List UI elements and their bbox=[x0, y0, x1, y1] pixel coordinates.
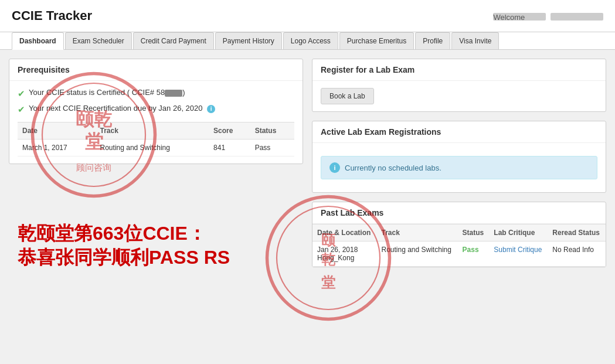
ccie-number-hidden bbox=[165, 90, 182, 97]
register-lab-section: Register for a Lab Exam Book a Lab bbox=[312, 59, 606, 112]
page-wrapper: CCIE Tracker Welcome Dashboard Exam Sche… bbox=[0, 0, 615, 364]
cell-track: Routing and Switching bbox=[96, 140, 209, 157]
prereq-item-2: ✔ Your next CCIE Recertification due by … bbox=[18, 104, 294, 115]
info-icon[interactable]: i bbox=[207, 105, 215, 113]
info-alert-icon: i bbox=[329, 162, 340, 173]
col-track: Track bbox=[376, 224, 457, 241]
tab-credit-card-payment[interactable]: Credit Card Payment bbox=[133, 32, 214, 49]
cell-date: March 1, 2017 bbox=[18, 140, 96, 157]
tab-exam-scheduler[interactable]: Exam Scheduler bbox=[65, 32, 132, 49]
username-hidden bbox=[551, 13, 603, 21]
tab-logo-access[interactable]: Logo Access bbox=[283, 32, 338, 49]
check-icon-2: ✔ bbox=[18, 104, 25, 115]
past-lab-exams-table: Date & Location Track Status Lab Critiqu… bbox=[312, 224, 606, 267]
cell-score: 841 bbox=[209, 140, 250, 157]
book-a-lab-button[interactable]: Book a Lab bbox=[321, 88, 374, 104]
prerequisites-title: Prerequisites bbox=[9, 59, 303, 81]
past-lab-exams-section: Past Lab Exams Date & Location Track Sta… bbox=[312, 202, 606, 267]
app-logo: CCIE Tracker bbox=[12, 8, 92, 23]
prereq-table: Date Track Score Status March 1, 2017 Ro… bbox=[18, 122, 294, 157]
left-panel: Prerequisites ✔ Your CCIE status is Cert… bbox=[9, 59, 303, 276]
table-row: March 1, 2017 Routing and Switching 841 … bbox=[18, 140, 294, 157]
past-table-row: Jan 26, 2018Hong_Kong Routing and Switch… bbox=[312, 241, 606, 267]
col-track: Track bbox=[96, 123, 209, 140]
tab-dashboard[interactable]: Dashboard bbox=[12, 32, 64, 50]
right-panel: Register for a Lab Exam Book a Lab Activ… bbox=[312, 59, 606, 276]
tab-purchase-emeritus[interactable]: Purchase Emeritus bbox=[339, 32, 414, 49]
tab-payment-history[interactable]: Payment History bbox=[215, 32, 282, 49]
check-icon-1: ✔ bbox=[18, 89, 25, 99]
prerequisites-body: ✔ Your CCIE status is Certified ( CCIE# … bbox=[9, 81, 303, 164]
prerequisites-section: Prerequisites ✔ Your CCIE status is Cert… bbox=[9, 59, 303, 164]
welcome-message: Welcome bbox=[491, 11, 603, 20]
status-pass-badge: Pass bbox=[463, 246, 479, 254]
col-lab-critique: Lab Critique bbox=[489, 224, 548, 241]
col-date: Date bbox=[18, 123, 96, 140]
no-labs-alert: i Currently no scheduled labs. bbox=[321, 156, 597, 179]
main-content: Prerequisites ✔ Your CCIE status is Cert… bbox=[0, 50, 615, 285]
cell-status: Pass bbox=[458, 241, 490, 267]
nav-tabs: Dashboard Exam Scheduler Credit Card Pay… bbox=[0, 32, 615, 50]
active-registrations-title: Active Lab Exam Registrations bbox=[312, 121, 606, 143]
col-status: Status bbox=[458, 224, 490, 241]
tab-visa-invite[interactable]: Visa Invite bbox=[451, 32, 499, 49]
register-lab-body: Book a Lab bbox=[312, 81, 606, 111]
cell-lab-critique[interactable]: Submit Critique bbox=[489, 241, 548, 267]
cell-track: Routing and Switching bbox=[376, 241, 457, 267]
past-lab-exams-title: Past Lab Exams bbox=[312, 202, 606, 224]
col-score: Score bbox=[209, 123, 250, 140]
active-registrations-body: i Currently no scheduled labs. bbox=[312, 143, 606, 192]
register-lab-title: Register for a Lab Exam bbox=[312, 59, 606, 81]
cell-date-location: Jan 26, 2018Hong_Kong bbox=[312, 241, 376, 267]
cell-reread-status: No Read Info bbox=[548, 241, 606, 267]
prereq-text-1: Your CCIE status is Certified ( CCIE# 58… bbox=[29, 88, 185, 97]
submit-critique-link[interactable]: Submit Critique bbox=[494, 246, 542, 254]
tab-profile[interactable]: Profile bbox=[415, 32, 450, 49]
prereq-item-1: ✔ Your CCIE status is Certified ( CCIE# … bbox=[18, 88, 294, 99]
no-labs-message: Currently no scheduled labs. bbox=[345, 164, 441, 172]
col-reread-status: Reread Status bbox=[548, 224, 606, 241]
col-date-location: Date & Location bbox=[312, 224, 376, 241]
active-registrations-section: Active Lab Exam Registrations i Currentl… bbox=[312, 121, 606, 193]
prereq-text-2: Your next CCIE Recertification due by Ja… bbox=[29, 104, 215, 113]
cell-status: Pass bbox=[250, 140, 294, 157]
col-status: Status bbox=[250, 123, 294, 140]
header: CCIE Tracker Welcome bbox=[0, 0, 615, 32]
